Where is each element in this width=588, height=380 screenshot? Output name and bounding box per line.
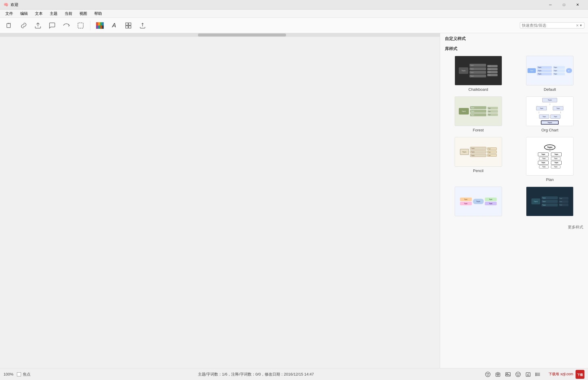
style-item-dark[interactable]: Topic Topic Topic Topic Topic Topic Topi… [517, 187, 584, 218]
watermark-icon: 下载 [576, 370, 584, 379]
svg-rect-8 [100, 26, 102, 29]
style-preview-default: Topic Topic Topic Topic Topic Topic Topi… [526, 56, 573, 85]
robot-icon-button[interactable] [493, 370, 502, 379]
stats-text: 主题/字词数：1/6，注释/字词数：0/0，修改日期：2016/12/15 14… [198, 372, 314, 376]
search-clear-button[interactable]: ✕ [575, 23, 579, 28]
emotion-icon-button[interactable] [483, 370, 492, 379]
search-box: ✕ ▼ [520, 22, 584, 28]
focus-section: 焦点 [17, 372, 31, 377]
window-title: 欢迎 [11, 2, 18, 7]
svg-rect-4 [100, 22, 102, 26]
svg-rect-0 [7, 23, 10, 28]
svg-point-37 [516, 372, 520, 377]
style-preview-plan: Topic Topic Topic Topic Topic Topic To [526, 137, 573, 176]
canvas-wrapper[interactable]: 感谢您下载 iThoughts。这是一个示例导图。它将为您展示本应用程序的一些可… [0, 33, 440, 368]
custom-style-section-title: 自定义样式 [440, 33, 588, 43]
style-preview-dark: Topic Topic Topic Topic Topic Topic Topi… [526, 187, 573, 216]
svg-point-46 [536, 374, 536, 375]
style-label-plan: Plan [546, 177, 554, 182]
style-preview-org-chart: Topic Topic Topic Topic [526, 96, 573, 126]
style-label-chalkboard: Chalkboard [469, 87, 488, 92]
svg-rect-9 [102, 26, 104, 29]
svg-rect-5 [102, 22, 104, 26]
svg-point-30 [487, 373, 488, 374]
emoji-icon-button[interactable] [514, 370, 523, 379]
style-item-colorful[interactable]: Topic Topic Topic Topic Topic [445, 187, 512, 218]
library-style-section-title: 库样式 [440, 43, 588, 53]
style-label-forest: Forest [473, 128, 484, 132]
style-preview-chalkboard: Topic Topic Topic Topic Topic Topic Topi… [455, 56, 502, 85]
menu-view[interactable]: 视图 [76, 10, 90, 17]
toolbar-separator-1 [90, 21, 90, 30]
focus-checkbox[interactable] [17, 372, 21, 376]
style-item-pencil[interactable]: Topic Topic Topic Topic Topic Topic Topi… [445, 137, 512, 182]
more-styles-button[interactable]: 更多样式 [440, 223, 588, 233]
horizontal-scrollbar-thumb[interactable] [198, 34, 286, 36]
link-tool-button[interactable] [18, 20, 30, 31]
watermark-area: 下载堆 xzjl.com 下载 [549, 370, 584, 379]
zoom-value: 100% [4, 372, 13, 376]
search-dropdown-icon[interactable]: ▼ [579, 24, 582, 27]
status-bar: 100% 焦点 主题/字词数：1/6，注释/字词数：0/0，修改日期：2016/… [0, 368, 588, 380]
grid-tool-button[interactable] [122, 20, 134, 31]
app-icon: 🧠 [4, 2, 8, 7]
zoom-display: 100% [4, 372, 13, 376]
export-tool-button[interactable] [137, 20, 148, 31]
menu-help[interactable]: 帮助 [91, 10, 105, 17]
right-panel: 自定义样式 库样式 Topic Topic Topic Topic Topic [440, 33, 588, 368]
main-layout: 感谢您下载 iThoughts。这是一个示例导图。它将为您展示本应用程序的一些可… [0, 33, 588, 368]
color-palette-button[interactable] [94, 20, 106, 31]
menu-file[interactable]: 文件 [2, 10, 16, 17]
search-input[interactable] [522, 23, 575, 28]
svg-rect-34 [498, 374, 499, 375]
svg-text:下载: 下载 [577, 373, 583, 376]
style-item-org-chart[interactable]: Topic Topic Topic Topic [517, 96, 584, 132]
minimize-button[interactable]: ─ [544, 0, 557, 9]
svg-rect-32 [496, 373, 500, 376]
horizontal-scrollbar[interactable] [0, 33, 440, 37]
pen-tool-button[interactable] [4, 20, 15, 31]
menu-text[interactable]: 文本 [32, 10, 46, 17]
style-preview-pencil: Topic Topic Topic Topic Topic Topic Topi… [455, 137, 502, 167]
svg-point-45 [536, 373, 536, 373]
menu-bar: 文件 编辑 文本 主题 当前 视图 帮助 [0, 9, 588, 18]
svg-rect-13 [129, 26, 131, 28]
maximize-button[interactable]: □ [557, 0, 571, 9]
svg-point-29 [485, 372, 490, 377]
svg-rect-33 [497, 374, 498, 375]
title-bar: 🧠 欢迎 ─ □ ✕ [0, 0, 588, 9]
style-preview-forest: Topic Topic Topic Topic Topic Topic Topi… [455, 96, 502, 126]
style-label-default: Default [544, 87, 556, 92]
style-item-forest[interactable]: Topic Topic Topic Topic Topic Topic Topi… [445, 96, 512, 132]
style-grid: Topic Topic Topic Topic Topic Topic Topi… [440, 53, 588, 223]
style-item-chalkboard[interactable]: Topic Topic Topic Topic Topic Topic Topi… [445, 56, 512, 92]
close-button[interactable]: ✕ [571, 0, 584, 9]
style-label-org-chart: Org Chart [541, 128, 558, 132]
toolbar: A ✕ ▼ [0, 18, 588, 33]
attach-tool-button[interactable] [32, 20, 44, 31]
style-label-pencil: Pencil [473, 168, 483, 173]
svg-rect-6 [96, 26, 98, 29]
menu-current[interactable]: 当前 [62, 10, 75, 17]
comment-tool-button[interactable] [46, 20, 58, 31]
style-item-plan[interactable]: Topic Topic Topic Topic Topic Topic To [517, 137, 584, 182]
font-tool-button[interactable]: A [108, 20, 120, 31]
task-icon-button[interactable] [524, 370, 533, 379]
svg-point-39 [519, 373, 519, 374]
image-icon-button[interactable] [504, 370, 512, 379]
svg-rect-10 [126, 23, 128, 25]
bottom-toolbar-icons [481, 370, 545, 379]
relation-tool-button[interactable] [60, 20, 72, 31]
menu-theme[interactable]: 主题 [47, 10, 60, 17]
status-stats: 主题/字词数：1/6，注释/字词数：0/0，修改日期：2016/12/15 14… [34, 372, 477, 377]
style-preview-colorful: Topic Topic Topic Topic Topic [455, 187, 502, 216]
menu-edit[interactable]: 编辑 [17, 10, 31, 17]
svg-point-38 [517, 373, 517, 374]
focus-label: 焦点 [23, 372, 31, 377]
list-icon-button[interactable] [534, 370, 543, 379]
boundary-tool-button[interactable] [75, 20, 87, 31]
svg-rect-12 [126, 26, 128, 28]
svg-rect-3 [98, 22, 100, 26]
svg-point-31 [488, 373, 489, 374]
style-item-default[interactable]: Topic Topic Topic Topic Topic Topic Topi… [517, 56, 584, 92]
